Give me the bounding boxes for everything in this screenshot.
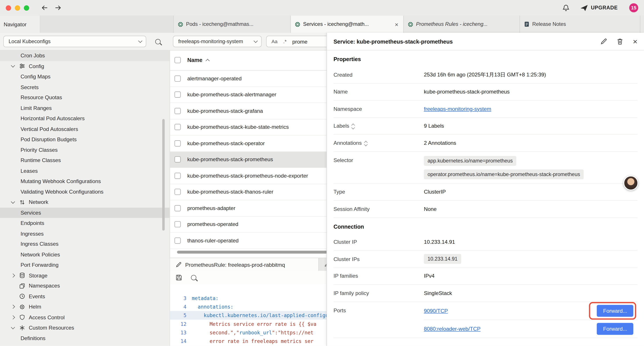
sidebar-item-resource-quotas[interactable]: Resource Quotas bbox=[0, 92, 170, 103]
sort-ascending-icon[interactable] bbox=[206, 59, 210, 63]
tab-prometheus-rules[interactable]: Prometheus Rules - icecheng... bbox=[403, 15, 520, 33]
tab-label: Release Notes bbox=[532, 21, 566, 27]
tab-release-notes[interactable]: Release Notes bbox=[520, 15, 640, 33]
config-icon bbox=[19, 63, 26, 69]
navigator-panel-tab[interactable]: Navigator bbox=[0, 15, 40, 33]
detail-body: Properties Created 253d 16h 6m ago (2025… bbox=[327, 50, 644, 338]
sidebar-item-network-policies[interactable]: Network Policies bbox=[0, 249, 170, 260]
row-checkbox[interactable] bbox=[174, 108, 180, 114]
sidebar-item-access-control[interactable]: Access Control bbox=[0, 312, 170, 323]
sidebar-item-leases[interactable]: Leases bbox=[0, 166, 170, 176]
select-all-checkbox[interactable] bbox=[174, 57, 180, 63]
chevron-down-icon bbox=[11, 200, 15, 204]
sidebar-scrollbar[interactable] bbox=[162, 119, 164, 231]
port-line-8080: 8080:reloader-web/TCP Forward... bbox=[424, 320, 638, 338]
port-link-8080[interactable]: 8080:reloader-web/TCP bbox=[424, 326, 481, 332]
sidebar-item-runtime-classes[interactable]: Runtime Classes bbox=[0, 155, 170, 166]
tab-argo[interactable]: Argo Se bbox=[640, 15, 644, 33]
upgrade-label: UPGRADE bbox=[591, 5, 618, 10]
notifications-bell-icon[interactable] bbox=[562, 4, 569, 11]
editor-search-icon[interactable] bbox=[191, 275, 196, 280]
row-checkbox[interactable] bbox=[174, 237, 180, 244]
sidebar-item-events[interactable]: Events bbox=[0, 291, 170, 302]
minimize-window-button[interactable] bbox=[15, 5, 20, 10]
close-tab-icon[interactable] bbox=[394, 21, 399, 27]
edit-service-button[interactable] bbox=[600, 38, 607, 45]
sidebar-item-helm[interactable]: Helm bbox=[0, 302, 170, 312]
kubernetes-icon bbox=[408, 21, 413, 27]
tab-label: Pods - icecheng@mathmas... bbox=[186, 21, 254, 27]
sidebar-item-cron-jobs[interactable]: Cron Jobs bbox=[0, 50, 170, 61]
close-panel-icon[interactable] bbox=[633, 37, 638, 45]
detail-header: Service: kube-prometheus-stack-prometheu… bbox=[327, 33, 644, 50]
row-checkbox[interactable] bbox=[174, 173, 180, 179]
detail-row-cluster-ips: Cluster IPs 10.233.14.91 bbox=[334, 251, 638, 268]
row-checkbox[interactable] bbox=[174, 189, 180, 195]
line-number: 4 bbox=[170, 304, 192, 310]
line-number: 12 bbox=[170, 321, 192, 327]
save-icon[interactable] bbox=[176, 274, 182, 281]
row-checkbox[interactable] bbox=[174, 156, 180, 162]
sidebar-item-limit-ranges[interactable]: Limit Ranges bbox=[0, 103, 170, 113]
sidebar-item-priority-classes[interactable]: Priority Classes bbox=[0, 145, 170, 155]
row-checkbox[interactable] bbox=[174, 75, 180, 81]
navigator-search-icon[interactable] bbox=[155, 39, 160, 44]
user-avatar[interactable] bbox=[624, 176, 638, 190]
tab-services[interactable]: Services - icecheng@math... bbox=[290, 15, 403, 33]
line-number: 14 bbox=[170, 338, 192, 344]
sidebar-item-namespaces[interactable]: Namespaces bbox=[0, 281, 170, 291]
kubeconfig-selector[interactable]: Local Kubeconfigs bbox=[3, 36, 146, 47]
row-checkbox[interactable] bbox=[174, 221, 180, 227]
notification-count-badge[interactable]: 15 bbox=[629, 3, 638, 12]
sidebar-item-config-maps[interactable]: Config Maps bbox=[0, 71, 170, 82]
name-column-header[interactable]: Name bbox=[187, 57, 202, 63]
regex-toggle[interactable]: .* bbox=[283, 38, 286, 44]
tab-pods[interactable]: Pods - icecheng@mathmas... bbox=[174, 15, 290, 33]
port-forward-button-9090[interactable]: Forward... bbox=[597, 305, 633, 317]
namespace-selector[interactable]: freeleaps-monitoring-system bbox=[173, 36, 262, 47]
sidebar-item-definitions[interactable]: Definitions bbox=[0, 333, 170, 344]
sidebar-item-endpoints[interactable]: Endpoints bbox=[0, 218, 170, 228]
chevron-down-icon bbox=[11, 325, 15, 329]
upgrade-button[interactable]: UPGRADE bbox=[581, 5, 618, 11]
sidebar-item-mutating-webhook-configurations[interactable]: Mutating Webhook Configurations bbox=[0, 176, 170, 187]
expand-collapse-icon[interactable] bbox=[364, 140, 367, 145]
sidebar-item-validating-webhook-configurations[interactable]: Validating Webhook Configurations bbox=[0, 187, 170, 197]
namespace-link[interactable]: freeleaps-monitoring-system bbox=[424, 106, 491, 112]
sidebar-item-horizontal-pod-autoscalers[interactable]: Horizontal Pod Autoscalers bbox=[0, 113, 170, 124]
sidebar-item-pod-disruption-budgets[interactable]: Pod Disruption Budgets bbox=[0, 134, 170, 145]
expand-collapse-icon[interactable] bbox=[352, 123, 354, 129]
row-checkbox[interactable] bbox=[174, 205, 180, 211]
zoom-window-button[interactable] bbox=[24, 5, 29, 10]
delete-service-button[interactable] bbox=[617, 38, 623, 45]
sidebar-item-config[interactable]: Config bbox=[0, 61, 170, 71]
editor-tab-prometheusrule[interactable]: PrometheusRule: freeleaps-prod-rabbitmq bbox=[170, 258, 319, 271]
port-forward-button-8080[interactable]: Forward... bbox=[597, 323, 633, 335]
detail-row-ip-families: IP families IPv4 bbox=[334, 268, 638, 285]
back-button[interactable] bbox=[42, 5, 48, 10]
sidebar-item-ingress-classes[interactable]: Ingress Classes bbox=[0, 239, 170, 249]
sidebar-item-vertical-pod-autoscalers[interactable]: Vertical Pod Autoscalers bbox=[0, 124, 170, 134]
port-link-9090[interactable]: 9090/TCP bbox=[424, 308, 448, 314]
port-line-9090: 9090/TCP Forward... bbox=[424, 302, 638, 320]
row-checkbox[interactable] bbox=[174, 91, 180, 98]
sidebar-item-secrets[interactable]: Secrets bbox=[0, 82, 170, 92]
sidebar-item-services[interactable]: Services bbox=[0, 207, 170, 218]
pencil-icon bbox=[600, 38, 607, 45]
sidebar-item-network[interactable]: Network bbox=[0, 197, 170, 207]
sidebar-item-custom-resources[interactable]: Custom Resources bbox=[0, 323, 170, 333]
detail-row-ports: Ports 9090/TCP Forward... 8080:reloader-… bbox=[334, 302, 638, 338]
close-window-button[interactable] bbox=[6, 5, 11, 10]
sidebar-item-port-forwarding[interactable]: Port Forwarding bbox=[0, 260, 170, 270]
match-case-toggle[interactable]: Aa bbox=[272, 38, 278, 44]
sidebar-item-storage[interactable]: Storage bbox=[0, 270, 170, 281]
row-checkbox[interactable] bbox=[174, 124, 180, 130]
app-window: UPGRADE 15 Navigator Pods - icecheng@mat… bbox=[0, 0, 644, 346]
namespaces-icon bbox=[19, 283, 26, 289]
tab-strip-spacer bbox=[40, 15, 174, 33]
row-checkbox[interactable] bbox=[174, 140, 180, 146]
forward-button[interactable] bbox=[54, 5, 61, 10]
sidebar-item-ingresses[interactable]: Ingresses bbox=[0, 228, 170, 239]
network-icon bbox=[19, 199, 26, 205]
section-heading-properties: Properties bbox=[334, 50, 638, 66]
